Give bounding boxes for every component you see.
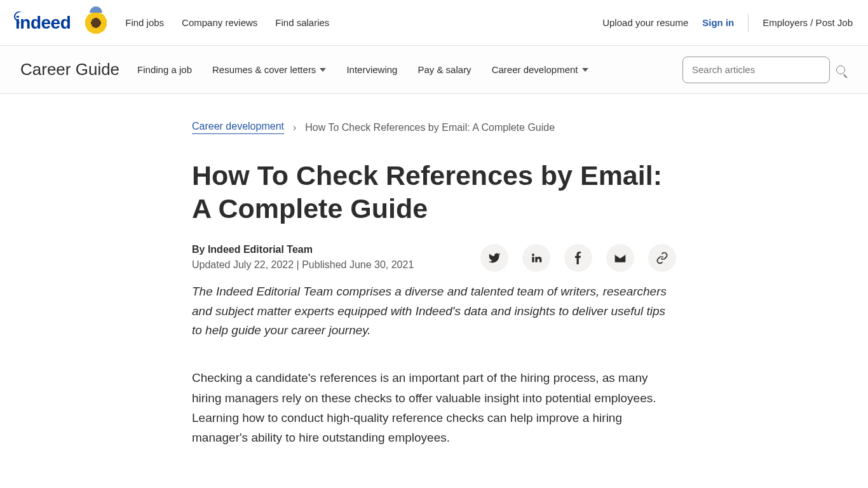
meta-row: By Indeed Editorial Team Updated July 22…: [192, 244, 676, 272]
link-icon: [656, 252, 668, 264]
subnav-label: Career development: [492, 64, 578, 75]
share-bar: [480, 244, 676, 272]
subnav-finding-a-job[interactable]: Finding a job: [137, 64, 192, 75]
subnav-label: Interviewing: [346, 64, 397, 75]
email-icon: [614, 252, 627, 264]
subnav-label: Finding a job: [137, 64, 192, 75]
search-wrap: [682, 57, 848, 83]
top-right-nav: Upload your resume Sign in Employers / P…: [602, 14, 853, 32]
share-linkedin-button[interactable]: [522, 244, 550, 272]
indeed-logo[interactable]: indeed: [15, 13, 71, 33]
career-guide-title[interactable]: Career Guide: [20, 60, 119, 79]
subnav-label: Pay & salary: [417, 64, 471, 75]
divider: [748, 14, 749, 32]
linkedin-icon: [530, 252, 543, 264]
sunflower-icon: [82, 9, 110, 37]
breadcrumb-current: How To Check References by Email: A Comp…: [305, 122, 555, 133]
top-header: indeed Find jobs Company reviews Find sa…: [0, 0, 868, 46]
chevron-right-icon: ›: [293, 122, 296, 133]
meta-text: By Indeed Editorial Team Updated July 22…: [192, 244, 414, 271]
subnav-interviewing[interactable]: Interviewing: [346, 64, 397, 75]
share-twitter-button[interactable]: [480, 244, 508, 272]
subnav-career-dev[interactable]: Career development: [492, 64, 588, 75]
sign-in-link[interactable]: Sign in: [702, 17, 734, 28]
subnav-resumes[interactable]: Resumes & cover letters: [212, 64, 326, 75]
nav-find-salaries[interactable]: Find salaries: [275, 17, 329, 28]
chevron-down-icon: [582, 68, 588, 72]
subnav-pay-salary[interactable]: Pay & salary: [417, 64, 471, 75]
sub-nav: Finding a job Resumes & cover letters In…: [137, 64, 588, 75]
subnav-label: Resumes & cover letters: [212, 64, 316, 75]
byline: By Indeed Editorial Team: [192, 244, 414, 255]
search-input[interactable]: [682, 57, 830, 83]
dates: Updated July 22, 2022 | Published June 3…: [192, 259, 414, 271]
breadcrumb: Career development › How To Check Refere…: [192, 121, 676, 134]
twitter-icon: [488, 252, 501, 264]
intro-paragraph: The Indeed Editorial Team comprises a di…: [192, 282, 676, 340]
search-button[interactable]: [834, 63, 848, 77]
article-content: Career development › How To Check Refere…: [177, 94, 691, 488]
primary-nav: Find jobs Company reviews Find salaries: [125, 17, 329, 28]
body-paragraph: Checking a candidate's references is an …: [192, 368, 676, 447]
facebook-icon: [572, 252, 585, 264]
share-link-button[interactable]: [648, 244, 676, 272]
nav-find-jobs[interactable]: Find jobs: [125, 17, 164, 28]
sub-header: Career Guide Finding a job Resumes & cov…: [0, 46, 868, 94]
page-title: How To Check References by Email: A Comp…: [192, 159, 676, 225]
share-facebook-button[interactable]: [564, 244, 592, 272]
share-email-button[interactable]: [606, 244, 634, 272]
upload-resume-link[interactable]: Upload your resume: [602, 17, 688, 28]
employers-link[interactable]: Employers / Post Job: [763, 17, 853, 28]
search-icon: [836, 65, 845, 74]
breadcrumb-parent[interactable]: Career development: [192, 121, 284, 134]
chevron-down-icon: [320, 68, 326, 72]
nav-company-reviews[interactable]: Company reviews: [182, 17, 257, 28]
